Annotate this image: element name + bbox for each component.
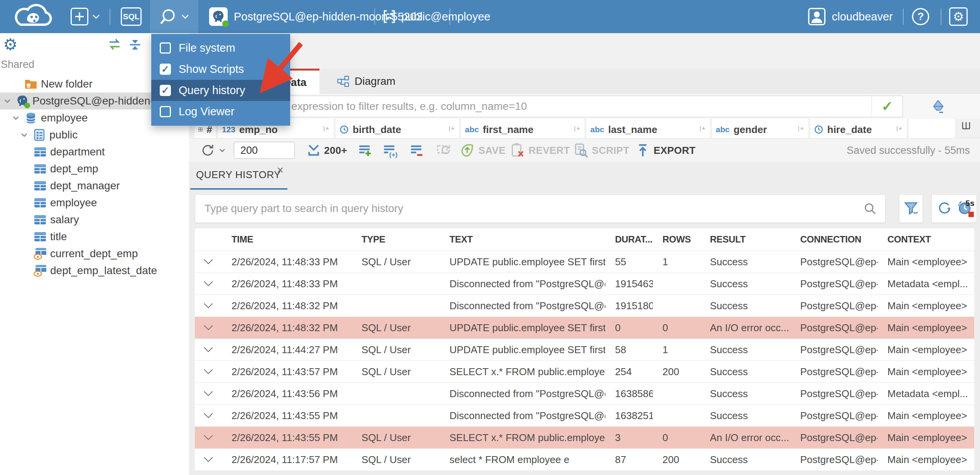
query-history-panel: QUERY HISTORY ×: [189, 162, 980, 475]
settings-button[interactable]: ⚙: [949, 0, 968, 33]
expand-chevron-icon[interactable]: [195, 325, 222, 330]
cloudbeaver-logo[interactable]: [9, 0, 57, 33]
grid-column-last-name[interactable]: abc last_name: [586, 119, 710, 138]
fetch-more-icon: [307, 144, 320, 157]
query-history-row[interactable]: 2/26/2024, 11:44:27 PM SQL / User UPDATE…: [195, 339, 974, 360]
tab-diagram[interactable]: Diagram: [319, 69, 413, 94]
refresh-button[interactable]: [200, 138, 225, 162]
new-object-button[interactable]: [71, 0, 100, 33]
sort-icon[interactable]: [895, 125, 903, 134]
checkbox-unchecked-icon[interactable]: ✓: [160, 106, 171, 117]
chevron-down-icon[interactable]: [11, 113, 21, 123]
query-history-row[interactable]: 2/26/2024, 11:17:57 PM SQL / User select…: [195, 448, 974, 470]
sort-icon[interactable]: [797, 125, 804, 134]
expand-chevron-icon[interactable]: [195, 303, 222, 308]
column-header-time[interactable]: TIME: [222, 234, 352, 245]
row-limit-input[interactable]: [234, 142, 295, 159]
collapse-all-icon[interactable]: [128, 38, 142, 53]
column-header-connection[interactable]: CONNECTION: [791, 234, 878, 245]
column-header-result[interactable]: RESULT: [700, 234, 791, 245]
query-history-row[interactable]: 2/26/2024, 11:48:33 PM SQL / User UPDATE…: [195, 251, 974, 273]
tree-item-schema-public[interactable]: public: [0, 126, 189, 143]
expand-chevron-icon[interactable]: [195, 369, 222, 374]
user-icon: [808, 8, 826, 25]
grid-column-birth-date[interactable]: birth_date: [336, 119, 459, 138]
refresh-icon[interactable]: [936, 200, 952, 217]
query-history-row[interactable]: 2/26/2024, 11:43:55 PM Disconnected from…: [195, 404, 974, 426]
revert-button[interactable]: REVERT: [510, 138, 570, 162]
refresh-grid-icon: [436, 143, 451, 158]
query-history-row[interactable]: 2/26/2024, 11:48:33 PM Disconnected from…: [195, 273, 974, 295]
help-button[interactable]: ?: [911, 0, 930, 33]
sync-connection-icon[interactable]: [106, 38, 123, 53]
export-button[interactable]: EXPORT: [636, 138, 696, 162]
query-history-search-input[interactable]: [195, 202, 863, 215]
tree-item-table-title[interactable]: title: [0, 228, 189, 245]
cloud-beaver-logo-icon: [9, 4, 57, 29]
tree-item-table-dept-manager[interactable]: dept_manager: [0, 177, 189, 194]
expand-chevron-icon[interactable]: [195, 435, 222, 440]
results-toolbar: 200+ (+): [189, 138, 980, 162]
user-menu[interactable]: cloudbeaver: [808, 0, 893, 33]
query-history-table: TIME TYPE TEXT DURAT... ROWS RESULT CONN…: [195, 228, 974, 470]
refresh-grid-button[interactable]: [436, 138, 451, 162]
apply-filter-check-icon[interactable]: ✓: [872, 96, 902, 117]
expand-chevron-icon[interactable]: [195, 457, 222, 462]
checkbox-checked-icon[interactable]: ✓: [160, 85, 171, 96]
expand-chevron-icon[interactable]: [195, 391, 222, 396]
query-history-filter-button[interactable]: [899, 194, 923, 223]
sort-icon[interactable]: [698, 125, 706, 134]
column-header-text[interactable]: TEXT: [440, 234, 605, 245]
duplicate-row-button[interactable]: (+): [382, 138, 397, 162]
grid-column-gender[interactable]: abc gender: [712, 119, 808, 138]
save-button[interactable]: SAVE: [460, 138, 505, 162]
filter-input[interactable]: [286, 96, 872, 117]
column-header-rows[interactable]: ROWS: [653, 234, 700, 245]
schema-selector[interactable]: public@employee: [383, 0, 490, 33]
tree-item-view-dept-emp-latest-date[interactable]: dept_emp_latest_date: [0, 262, 189, 279]
close-icon[interactable]: ×: [277, 164, 284, 176]
tree-item-table-department[interactable]: department: [0, 143, 189, 160]
sort-icon[interactable]: [573, 125, 581, 134]
grid-column-hire-date[interactable]: hire_date: [810, 119, 907, 138]
tree-item-view-current-dept-emp[interactable]: current_dept_emp: [0, 245, 189, 262]
column-header-duration[interactable]: DURAT...: [605, 234, 653, 245]
checkbox-checked-icon[interactable]: ✓: [160, 64, 171, 75]
query-history-tab[interactable]: QUERY HISTORY ×: [190, 162, 287, 190]
query-history-row[interactable]: 2/26/2024, 11:43:57 PM SQL / User SELECT…: [195, 360, 974, 382]
auto-refresh-timer-icon[interactable]: 5s: [957, 200, 972, 217]
tools-menu-trigger[interactable]: [150, 0, 198, 33]
eraser-icon[interactable]: [930, 99, 946, 116]
query-history-row[interactable]: 2/26/2024, 11:48:32 PM Disconnected from…: [195, 295, 974, 317]
fetch-more-button[interactable]: 200+: [307, 138, 347, 162]
stop-square-icon: [968, 212, 974, 217]
checkbox-unchecked-icon[interactable]: ✓: [160, 42, 171, 54]
delete-row-button[interactable]: [409, 138, 424, 162]
sql-editor-button[interactable]: SQL: [121, 0, 142, 33]
query-history-row[interactable]: 2/26/2024, 11:43:56 PM Disconnected from…: [195, 382, 974, 404]
column-header-type[interactable]: TYPE: [352, 234, 440, 245]
chevron-down-icon[interactable]: [2, 96, 12, 106]
connection-status-dot: [222, 20, 229, 27]
navigator-settings-gear-icon[interactable]: ⚙: [3, 35, 18, 55]
grid-panels-icon[interactable]: [961, 121, 972, 133]
annotation-arrow-icon: [247, 37, 313, 102]
menu-item-log-viewer[interactable]: ✓ Log Viewer: [151, 101, 290, 122]
expand-chevron-icon[interactable]: [195, 347, 222, 352]
add-row-button[interactable]: [357, 138, 373, 162]
query-history-row-error[interactable]: 2/26/2024, 11:43:55 PM SQL / User SELECT…: [195, 426, 974, 448]
tree-item-table-dept-emp[interactable]: dept_emp: [0, 160, 189, 177]
query-history-row-error[interactable]: 2/26/2024, 11:48:32 PM SQL / User UPDATE…: [195, 317, 974, 339]
sort-icon[interactable]: [322, 125, 330, 134]
script-button[interactable]: SCRIPT: [573, 138, 629, 162]
chevron-down-icon[interactable]: [19, 130, 29, 140]
sort-icon[interactable]: [448, 125, 455, 134]
table-icon: [33, 162, 47, 175]
column-header-context[interactable]: CONTEXT: [878, 234, 974, 245]
expand-chevron-icon[interactable]: [195, 281, 222, 286]
tree-item-table-employee[interactable]: employee: [0, 194, 189, 211]
tree-item-table-salary[interactable]: salary: [0, 211, 189, 228]
expand-chevron-icon[interactable]: [195, 259, 222, 264]
grid-column-first-name[interactable]: abc first_name: [461, 119, 585, 138]
expand-chevron-icon[interactable]: [195, 413, 222, 418]
